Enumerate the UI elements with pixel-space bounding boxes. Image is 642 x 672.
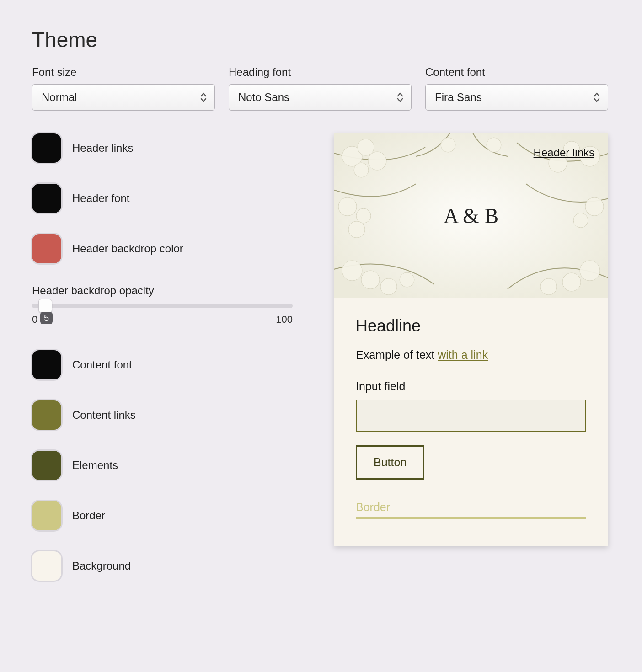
select-chevrons-icon [396, 92, 404, 103]
preview-body: Headline Example of text with a link Inp… [334, 298, 608, 546]
svg-point-2 [358, 139, 374, 155]
preview-input-label: Input field [356, 380, 586, 393]
font-selects-row: Font size Normal Heading font Noto Sans … [32, 66, 610, 111]
header-backdrop-opacity-group: Header backdrop opacity 0 5 100 [32, 284, 316, 327]
svg-point-7 [348, 221, 365, 238]
slider-thumb[interactable] [38, 299, 52, 313]
svg-point-21 [487, 138, 501, 152]
color-swatch[interactable] [32, 350, 61, 379]
preview-button[interactable]: Button [356, 445, 424, 480]
swatch-background: Background [32, 551, 316, 581]
preview-header-link[interactable]: Header links [534, 146, 594, 159]
slider-max: 100 [276, 314, 293, 325]
font-size-select[interactable]: Normal [32, 84, 215, 111]
swatch-label: Header backdrop color [72, 242, 183, 255]
page-title: Theme [32, 27, 610, 52]
svg-point-4 [354, 163, 369, 177]
swatch-label: Border [72, 509, 105, 522]
preview-border-label: Border [356, 501, 586, 514]
font-size-value: Normal [42, 91, 77, 104]
slider-min: 0 [32, 314, 37, 325]
swatch-label: Background [72, 560, 131, 572]
svg-point-15 [585, 197, 604, 216]
slider-label: Header backdrop opacity [32, 284, 316, 297]
svg-point-11 [400, 272, 414, 287]
color-swatch[interactable] [32, 451, 61, 480]
select-chevrons-icon [593, 92, 600, 103]
swatch-label: Header font [72, 192, 129, 205]
theme-preview-card: Header links A & B Headline Example of t… [334, 133, 608, 546]
content-font-value: Fira Sans [435, 91, 482, 104]
swatch-header-font: Header font [32, 184, 316, 213]
opacity-slider[interactable] [32, 304, 293, 308]
swatch-elements: Elements [32, 451, 316, 480]
swatch-label: Elements [72, 459, 118, 472]
svg-point-18 [562, 273, 581, 291]
preview-header: Header links A & B [334, 133, 608, 298]
swatch-border: Border [32, 501, 316, 530]
svg-point-20 [441, 138, 455, 152]
swatch-label: Content font [72, 358, 132, 371]
preview-example-text: Example of text [356, 348, 434, 361]
preview-example-link[interactable]: with a link [438, 348, 488, 361]
svg-point-17 [580, 261, 600, 281]
heading-font-select[interactable]: Noto Sans [229, 84, 412, 111]
color-swatch[interactable] [32, 234, 61, 263]
svg-point-6 [356, 208, 371, 223]
svg-point-9 [361, 271, 380, 289]
swatch-header-links: Header links [32, 133, 316, 163]
slider-value: 5 [40, 312, 53, 324]
content-font-label: Content font [425, 66, 608, 79]
swatch-content-links: Content links [32, 400, 316, 430]
heading-font-label: Heading font [229, 66, 412, 79]
preview-headline: Headline [356, 316, 586, 336]
color-swatch[interactable] [32, 133, 61, 163]
color-swatch[interactable] [32, 551, 61, 581]
preview-monogram: A & B [444, 204, 498, 228]
font-size-label: Font size [32, 66, 215, 79]
select-chevrons-icon [200, 92, 207, 103]
svg-point-5 [338, 197, 357, 216]
color-swatch[interactable] [32, 501, 61, 530]
slider-scale: 0 5 100 [32, 314, 293, 327]
swatch-header-backdrop-color: Header backdrop color [32, 234, 316, 263]
preview-text-line: Example of text with a link [356, 348, 586, 362]
svg-point-8 [342, 261, 362, 281]
svg-point-19 [540, 278, 557, 295]
preview-border-line [356, 517, 586, 519]
color-swatch[interactable] [32, 184, 61, 213]
swatch-label: Content links [72, 409, 136, 421]
svg-point-3 [368, 152, 386, 170]
preview-input-field[interactable] [356, 400, 586, 432]
svg-point-10 [380, 278, 397, 295]
heading-font-value: Noto Sans [238, 91, 289, 104]
swatch-content-font: Content font [32, 350, 316, 379]
color-swatch[interactable] [32, 400, 61, 430]
svg-point-16 [573, 213, 588, 228]
content-font-select[interactable]: Fira Sans [425, 84, 608, 111]
swatch-label: Header links [72, 142, 133, 155]
